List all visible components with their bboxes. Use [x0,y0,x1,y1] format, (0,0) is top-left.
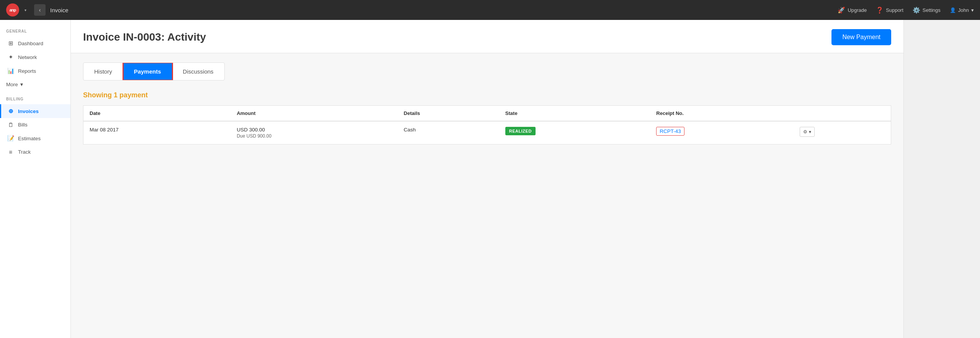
amount-due: Due USD 900.00 [237,133,391,139]
back-button[interactable]: ‹ [34,4,46,16]
sidebar-item-label: Track [18,149,31,155]
cell-date: Mar 08 2017 [83,121,231,144]
tab-discussions[interactable]: Discussions [172,63,224,80]
receipt-link[interactable]: RCPT-43 [656,127,684,136]
sidebar-item-bills[interactable]: 🗒 Bills [0,118,70,131]
cell-details: Cash [398,121,499,144]
sidebar-item-dashboard[interactable]: ⊞ Dashboard [0,36,70,50]
gear-icon: ⚙️ [913,7,920,14]
page-title: Invoice IN-0003: Activity [83,31,206,43]
user-menu[interactable]: 👤 John ▾ [950,7,974,13]
col-state: State [499,106,650,121]
billing-section-label: BILLING [0,97,70,104]
general-section-label: GENERAL [0,29,70,36]
sidebar-more[interactable]: More ▾ [0,78,70,91]
support-link[interactable]: ❓ Support [876,7,903,14]
sidebar-item-label: Invoices [18,108,39,114]
status-badge: REALIZED [505,127,536,135]
rocket-icon: 🚀 [838,7,845,14]
sidebar-item-label: Network [18,54,37,60]
main-body: History Payments Discussions Showing 1 p… [71,53,903,154]
cell-receipt: RCPT-43 [650,121,794,144]
new-payment-button[interactable]: New Payment [831,29,891,45]
track-icon: ≡ [7,149,14,155]
sidebar-item-label: Dashboard [18,41,43,46]
col-amount: Amount [230,106,397,121]
more-chevron-icon: ▾ [20,81,23,87]
topnav-actions: 🚀 Upgrade ❓ Support ⚙️ Settings 👤 John ▾ [838,7,974,14]
sidebar-item-estimates[interactable]: 📝 Estimates [0,131,70,145]
col-details: Details [398,106,499,121]
sidebar-item-label: Estimates [18,136,41,141]
invoices-icon: ⊕ [7,108,14,115]
user-caret-icon: ▾ [971,7,974,13]
app-logo[interactable]: anp [6,3,19,16]
sidebar: GENERAL ⊞ Dashboard ✦ Network 📊 Reports … [0,20,71,338]
row-action-button[interactable]: ⚙ ▾ [800,127,815,137]
tab-history[interactable]: History [83,63,123,80]
cell-amount: USD 300.00 Due USD 900.00 [230,121,397,144]
bills-icon: 🗒 [7,121,14,128]
payments-heading: Showing 1 payment [83,91,891,99]
page-header: Invoice IN-0003: Activity New Payment [71,20,903,53]
col-receipt: Receipt No. [650,106,794,121]
gear-icon: ⚙ [803,129,807,135]
topnav: anp ▾ ‹ Invoice 🚀 Upgrade ❓ Support ⚙️ S… [0,0,980,20]
reports-icon: 📊 [7,67,14,74]
help-icon: ❓ [876,7,884,14]
network-icon: ✦ [7,54,14,61]
user-avatar-icon: 👤 [950,7,956,13]
amount-main: USD 300.00 [237,127,391,133]
cell-state: REALIZED [499,121,650,144]
estimates-icon: 📝 [7,135,14,142]
main-content: Invoice IN-0003: Activity New Payment Hi… [71,20,903,338]
col-date: Date [83,106,231,121]
sidebar-item-invoices[interactable]: ⊕ Invoices [0,104,70,118]
sidebar-item-track[interactable]: ≡ Track [0,145,70,159]
col-actions [794,106,891,121]
breadcrumb: Invoice [50,7,69,13]
payments-table: Date Amount Details State Receipt No. Ma… [83,105,891,144]
sidebar-more-label: More [6,82,18,87]
dashboard-icon: ⊞ [7,40,14,47]
upgrade-link[interactable]: 🚀 Upgrade [838,7,867,14]
table-row: Mar 08 2017 USD 300.00 Due USD 900.00 Ca… [83,121,891,144]
sidebar-item-label: Reports [18,68,36,74]
right-panel [903,20,980,338]
dropdown-caret-icon: ▾ [809,129,811,135]
sidebar-item-label: Bills [18,122,28,128]
tabs-row: History Payments Discussions [83,62,225,80]
settings-link[interactable]: ⚙️ Settings [913,7,941,14]
tab-payments[interactable]: Payments [123,63,172,80]
sidebar-item-reports[interactable]: 📊 Reports [0,64,70,78]
logo-caret-icon[interactable]: ▾ [24,8,26,12]
cell-actions: ⚙ ▾ [794,121,891,144]
sidebar-item-network[interactable]: ✦ Network [0,50,70,64]
